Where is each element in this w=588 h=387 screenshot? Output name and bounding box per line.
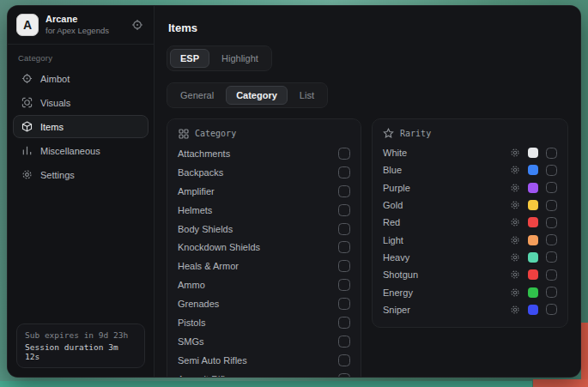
rarity-checkbox[interactable] [546,234,557,245]
rarity-label: Energy [383,287,509,298]
sidebar-item-miscellaneous[interactable]: Miscellaneous [13,139,149,162]
rarity-label: White [383,148,509,158]
sidebar-item-items[interactable]: Items [13,115,149,138]
sidebar-item-aimbot[interactable]: Aimbot [13,67,149,90]
category-row: Attachments [178,144,350,163]
category-label: Body Shields [178,224,233,234]
sidebar-item-settings[interactable]: Settings [13,163,149,186]
rarity-row: Gold [383,197,557,214]
category-checkbox[interactable] [338,354,350,366]
category-checkbox[interactable] [338,298,350,310]
category-panel: Category Attachments Backpacks Amplifier… [167,118,361,377]
category-checkbox[interactable] [338,185,350,197]
category-row: Body Shields [178,220,350,239]
category-list: Attachments Backpacks Amplifier Helmets … [178,144,350,377]
category-checkbox[interactable] [338,336,350,348]
category-label: Heals & Armor [178,261,239,271]
visuals-icon [21,97,33,109]
category-label: Attachments [178,148,230,159]
category-panel-header: Category [178,128,350,139]
rarity-color-swatch[interactable] [528,287,538,298]
rarity-label: Red [383,217,509,227]
tab-general[interactable]: General [170,86,224,105]
category-checkbox[interactable] [338,148,350,160]
category-row: Assault Rifles [178,370,350,377]
gear-icon[interactable] [509,304,520,315]
sub-expiry-text: Sub expires in 9d 23h [25,330,136,340]
category-label: Helmets [178,205,212,215]
mode-tab-group: ESP Highlight [167,45,272,71]
rarity-color-swatch[interactable] [528,269,538,280]
rarity-checkbox[interactable] [546,182,557,193]
rarity-checkbox[interactable] [546,217,557,228]
sidebar-item-visuals[interactable]: Visuals [13,91,149,114]
rarity-checkbox[interactable] [546,287,557,298]
rarity-color-swatch[interactable] [528,305,538,315]
rarity-row: Energy [383,283,557,300]
view-tab-group: General Category List [167,82,328,108]
category-label: Knockdown Shields [178,242,260,252]
box-icon [21,121,33,133]
tab-category[interactable]: Category [226,86,288,105]
gear-icon[interactable] [509,148,520,159]
rarity-label: Purple [383,183,509,193]
app-subtitle: for Apex Legends [45,27,123,36]
rarity-color-swatch[interactable] [528,183,538,193]
gear-icon [21,169,33,181]
rarity-color-swatch[interactable] [528,200,538,210]
category-checkbox[interactable] [338,279,350,291]
category-row: Semi Auto Rifles [178,351,350,370]
gear-icon[interactable] [509,182,520,193]
category-checkbox[interactable] [338,317,350,329]
crosshair-icon [21,73,33,85]
category-row: Pistols [178,313,350,332]
rarity-checkbox[interactable] [546,148,557,159]
tab-esp[interactable]: ESP [170,49,209,68]
tab-highlight[interactable]: Highlight [211,49,269,68]
rarity-checkbox[interactable] [546,200,557,211]
category-checkbox[interactable] [338,241,350,253]
category-row: Knockdown Shields [178,238,350,257]
category-row: Backpacks [178,163,350,182]
gear-icon[interactable] [509,269,520,281]
gear-icon[interactable] [509,287,520,298]
session-duration-text: Session duration 3m 12s [25,342,136,361]
rarity-color-swatch[interactable] [528,148,538,158]
rarity-color-swatch[interactable] [528,235,538,245]
sidebar-nav: Aimbot Visuals Items Miscellaneous Setti… [8,67,154,186]
gear-icon[interactable] [509,165,520,176]
desktop-red-object [581,323,588,387]
rarity-color-swatch[interactable] [528,217,538,227]
rarity-row: Red [383,214,557,231]
rarity-label: Shotgun [383,269,509,280]
category-label: Amplifier [178,186,215,197]
gear-icon[interactable] [509,217,520,228]
rarity-checkbox[interactable] [546,269,557,281]
gear-icon[interactable] [509,251,520,263]
session-card: Sub expires in 9d 23h Session duration 3… [16,324,145,368]
rarity-label: Sniper [383,305,509,315]
app-title-block: Arcane for Apex Legends [45,14,123,36]
rarity-row: Light [383,231,557,248]
category-checkbox[interactable] [338,223,350,235]
category-checkbox[interactable] [338,204,350,216]
rarity-color-swatch[interactable] [528,165,538,175]
rarity-checkbox[interactable] [546,251,557,263]
rarity-label: Blue [383,165,509,175]
crosshair-icon[interactable] [130,17,145,33]
category-checkbox[interactable] [338,260,350,272]
app-window: A Arcane for Apex Legends Category Aimbo… [7,5,581,378]
chart-icon [21,145,33,157]
rarity-color-swatch[interactable] [528,252,538,263]
rarity-checkbox[interactable] [546,304,557,315]
rarity-checkbox[interactable] [546,165,557,176]
category-checkbox[interactable] [338,166,350,178]
gear-icon[interactable] [509,234,520,245]
category-checkbox[interactable] [338,373,350,377]
gear-icon[interactable] [509,200,520,211]
category-row: Ammo [178,275,350,294]
tab-list[interactable]: List [289,86,324,105]
category-row: Helmets [178,201,350,220]
category-label: Semi Auto Rifles [178,355,247,366]
category-label: Pistols [178,317,205,328]
